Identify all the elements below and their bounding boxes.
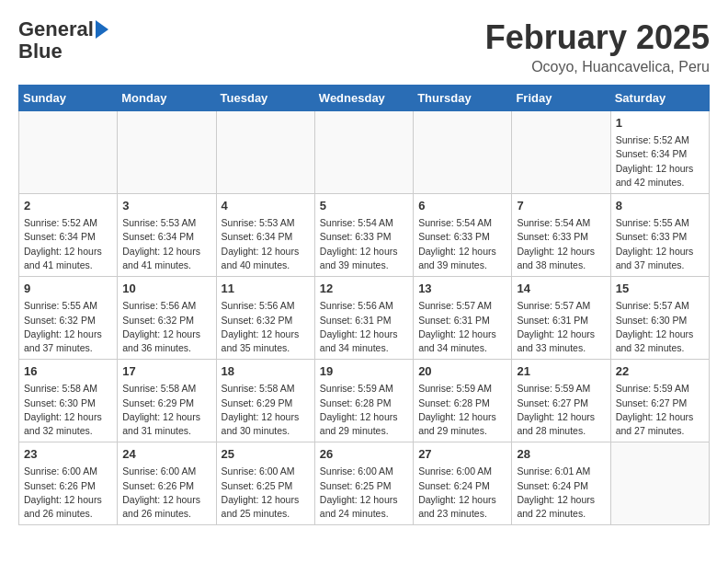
day-number: 8 (616, 198, 704, 214)
table-row: 26Sunrise: 6:00 AMSunset: 6:25 PMDayligh… (314, 442, 413, 525)
table-row (118, 111, 216, 194)
day-number: 4 (222, 198, 310, 214)
logo: General Blue (18, 18, 108, 63)
day-number: 19 (320, 363, 408, 380)
table-row (216, 111, 314, 194)
table-row: 4Sunrise: 5:53 AMSunset: 6:34 PMDaylight… (216, 194, 314, 277)
table-row: 7Sunrise: 5:54 AMSunset: 6:33 PMDaylight… (512, 194, 610, 277)
day-info: Sunrise: 5:59 AMSunset: 6:27 PMDaylight:… (517, 382, 605, 438)
table-row: 28Sunrise: 6:01 AMSunset: 6:24 PMDayligh… (512, 442, 610, 525)
table-row: 8Sunrise: 5:55 AMSunset: 6:33 PMDaylight… (610, 194, 709, 277)
day-info: Sunrise: 5:54 AMSunset: 6:33 PMDaylight:… (320, 216, 408, 272)
day-number: 2 (24, 198, 112, 214)
day-number: 27 (418, 446, 506, 463)
logo-general: General (18, 18, 94, 40)
day-info: Sunrise: 6:00 AMSunset: 6:25 PMDaylight:… (222, 465, 310, 521)
table-row: 21Sunrise: 5:59 AMSunset: 6:27 PMDayligh… (512, 360, 610, 442)
day-number: 28 (517, 446, 605, 463)
table-row: 16Sunrise: 5:58 AMSunset: 6:30 PMDayligh… (19, 360, 118, 442)
day-number: 26 (320, 446, 408, 463)
day-info: Sunrise: 5:57 AMSunset: 6:31 PMDaylight:… (517, 299, 605, 355)
col-wednesday: Wednesday (314, 86, 413, 111)
day-info: Sunrise: 6:00 AMSunset: 6:24 PMDaylight:… (418, 465, 506, 521)
day-number: 5 (320, 198, 408, 214)
day-number: 10 (122, 281, 210, 297)
day-info: Sunrise: 5:58 AMSunset: 6:30 PMDaylight:… (24, 382, 112, 438)
day-info: Sunrise: 5:59 AMSunset: 6:28 PMDaylight:… (418, 382, 506, 438)
table-row: 14Sunrise: 5:57 AMSunset: 6:31 PMDayligh… (512, 277, 610, 360)
table-row: 11Sunrise: 5:56 AMSunset: 6:32 PMDayligh… (216, 277, 314, 360)
location: Ocoyo, Huancavelica, Peru (485, 59, 710, 75)
day-info: Sunrise: 6:01 AMSunset: 6:24 PMDaylight:… (517, 465, 605, 521)
table-row: 27Sunrise: 6:00 AMSunset: 6:24 PMDayligh… (414, 442, 512, 525)
day-info: Sunrise: 5:57 AMSunset: 6:31 PMDaylight:… (418, 299, 506, 355)
day-number: 9 (24, 281, 112, 297)
calendar-week-row: 23Sunrise: 6:00 AMSunset: 6:26 PMDayligh… (19, 442, 710, 525)
day-number: 11 (222, 281, 310, 297)
col-sunday: Sunday (19, 86, 118, 111)
table-row: 20Sunrise: 5:59 AMSunset: 6:28 PMDayligh… (414, 360, 512, 442)
day-number: 6 (418, 198, 506, 214)
table-row: 23Sunrise: 6:00 AMSunset: 6:26 PMDayligh… (19, 442, 118, 525)
day-number: 15 (616, 281, 704, 297)
day-number: 17 (122, 363, 210, 380)
page-header: General Blue February 2025 Ocoyo, Huanca… (18, 18, 710, 75)
day-info: Sunrise: 5:57 AMSunset: 6:30 PMDaylight:… (616, 299, 704, 355)
calendar-week-row: 9Sunrise: 5:55 AMSunset: 6:32 PMDaylight… (19, 277, 710, 360)
day-info: Sunrise: 5:55 AMSunset: 6:33 PMDaylight:… (616, 216, 704, 272)
calendar-header-row: Sunday Monday Tuesday Wednesday Thursday… (19, 86, 710, 111)
day-number: 3 (122, 198, 210, 214)
day-info: Sunrise: 5:56 AMSunset: 6:31 PMDaylight:… (320, 299, 408, 355)
table-row: 15Sunrise: 5:57 AMSunset: 6:30 PMDayligh… (610, 277, 709, 360)
day-number: 24 (122, 446, 210, 463)
day-info: Sunrise: 5:59 AMSunset: 6:28 PMDaylight:… (320, 382, 408, 438)
table-row: 18Sunrise: 5:58 AMSunset: 6:29 PMDayligh… (216, 360, 314, 442)
table-row: 6Sunrise: 5:54 AMSunset: 6:33 PMDaylight… (414, 194, 512, 277)
calendar-week-row: 2Sunrise: 5:52 AMSunset: 6:34 PMDaylight… (19, 194, 710, 277)
day-info: Sunrise: 5:55 AMSunset: 6:32 PMDaylight:… (24, 299, 112, 355)
table-row (610, 442, 709, 525)
table-row: 19Sunrise: 5:59 AMSunset: 6:28 PMDayligh… (314, 360, 413, 442)
table-row: 5Sunrise: 5:54 AMSunset: 6:33 PMDaylight… (314, 194, 413, 277)
day-info: Sunrise: 5:52 AMSunset: 6:34 PMDaylight:… (24, 216, 112, 272)
day-info: Sunrise: 5:56 AMSunset: 6:32 PMDaylight:… (222, 299, 310, 355)
day-number: 7 (517, 198, 605, 214)
table-row (512, 111, 610, 194)
day-info: Sunrise: 5:59 AMSunset: 6:27 PMDaylight:… (616, 382, 704, 438)
day-number: 23 (24, 446, 112, 463)
col-saturday: Saturday (610, 86, 709, 111)
day-info: Sunrise: 5:54 AMSunset: 6:33 PMDaylight:… (517, 216, 605, 272)
table-row: 22Sunrise: 5:59 AMSunset: 6:27 PMDayligh… (610, 360, 709, 442)
day-number: 18 (222, 363, 310, 380)
day-info: Sunrise: 5:53 AMSunset: 6:34 PMDaylight:… (122, 216, 210, 272)
day-number: 25 (222, 446, 310, 463)
col-thursday: Thursday (414, 86, 512, 111)
day-info: Sunrise: 5:58 AMSunset: 6:29 PMDaylight:… (222, 382, 310, 438)
calendar-table: Sunday Monday Tuesday Wednesday Thursday… (18, 85, 710, 525)
col-friday: Friday (512, 86, 610, 111)
day-number: 20 (418, 363, 506, 380)
day-info: Sunrise: 5:56 AMSunset: 6:32 PMDaylight:… (122, 299, 210, 355)
day-number: 12 (320, 281, 408, 297)
logo-arrow-icon (96, 20, 108, 39)
col-monday: Monday (118, 86, 216, 111)
day-info: Sunrise: 6:00 AMSunset: 6:26 PMDaylight:… (24, 465, 112, 521)
logo-blue: Blue (18, 40, 63, 63)
day-number: 21 (517, 363, 605, 380)
table-row: 17Sunrise: 5:58 AMSunset: 6:29 PMDayligh… (118, 360, 216, 442)
day-number: 1 (616, 115, 704, 132)
day-info: Sunrise: 5:52 AMSunset: 6:34 PMDaylight:… (616, 133, 704, 190)
day-number: 13 (418, 281, 506, 297)
day-number: 16 (24, 363, 112, 380)
title-area: February 2025 Ocoyo, Huancavelica, Peru (485, 18, 710, 75)
day-number: 22 (616, 363, 704, 380)
table-row: 2Sunrise: 5:52 AMSunset: 6:34 PMDaylight… (19, 194, 118, 277)
table-row: 10Sunrise: 5:56 AMSunset: 6:32 PMDayligh… (118, 277, 216, 360)
day-number: 14 (517, 281, 605, 297)
day-info: Sunrise: 6:00 AMSunset: 6:25 PMDaylight:… (320, 465, 408, 521)
table-row (314, 111, 413, 194)
table-row: 12Sunrise: 5:56 AMSunset: 6:31 PMDayligh… (314, 277, 413, 360)
table-row: 9Sunrise: 5:55 AMSunset: 6:32 PMDaylight… (19, 277, 118, 360)
month-title: February 2025 (485, 18, 710, 57)
day-info: Sunrise: 6:00 AMSunset: 6:26 PMDaylight:… (122, 465, 210, 521)
